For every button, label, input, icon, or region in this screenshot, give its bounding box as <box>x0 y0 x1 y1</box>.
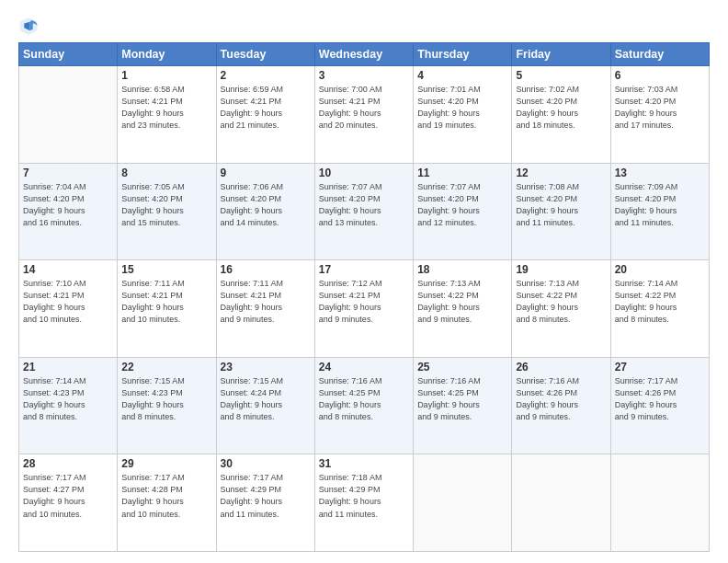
day-info: Sunrise: 7:04 AM Sunset: 4:20 PM Dayligh… <box>23 181 113 229</box>
day-number: 23 <box>221 361 311 373</box>
page: SundayMondayTuesdayWednesdayThursdayFrid… <box>0 0 728 563</box>
day-number: 6 <box>615 69 705 82</box>
calendar-cell: 29Sunrise: 7:17 AM Sunset: 4:28 PM Dayli… <box>118 454 216 552</box>
day-info: Sunrise: 7:11 AM Sunset: 4:21 PM Dayligh… <box>221 278 311 326</box>
day-info: Sunrise: 7:07 AM Sunset: 4:20 PM Dayligh… <box>417 181 507 229</box>
calendar-cell: 9Sunrise: 7:06 AM Sunset: 4:20 PM Daylig… <box>216 163 314 260</box>
calendar-cell: 6Sunrise: 7:03 AM Sunset: 4:20 PM Daylig… <box>610 66 709 164</box>
day-number: 24 <box>319 361 409 373</box>
day-number: 3 <box>319 69 409 82</box>
day-number: 4 <box>417 69 507 82</box>
calendar-cell: 3Sunrise: 7:00 AM Sunset: 4:21 PM Daylig… <box>314 66 413 164</box>
weekday-header-thursday: Thursday <box>414 43 512 66</box>
day-number: 12 <box>516 167 606 179</box>
calendar-cell: 22Sunrise: 7:15 AM Sunset: 4:23 PM Dayli… <box>118 357 216 454</box>
calendar-cell: 21Sunrise: 7:14 AM Sunset: 4:23 PM Dayli… <box>19 357 118 454</box>
weekday-header-wednesday: Wednesday <box>314 43 413 66</box>
day-info: Sunrise: 6:59 AM Sunset: 4:21 PM Dayligh… <box>221 84 311 132</box>
calendar-cell: 16Sunrise: 7:11 AM Sunset: 4:21 PM Dayli… <box>216 260 314 358</box>
day-number: 1 <box>121 69 211 82</box>
day-number: 25 <box>417 361 507 373</box>
calendar-cell: 19Sunrise: 7:13 AM Sunset: 4:22 PM Dayli… <box>512 260 610 358</box>
day-number: 14 <box>23 263 113 276</box>
day-info: Sunrise: 7:11 AM Sunset: 4:21 PM Dayligh… <box>121 278 211 326</box>
day-info: Sunrise: 7:16 AM Sunset: 4:25 PM Dayligh… <box>417 375 507 423</box>
day-info: Sunrise: 7:13 AM Sunset: 4:22 PM Dayligh… <box>417 278 507 326</box>
calendar-cell <box>512 454 610 552</box>
day-number: 27 <box>615 361 705 373</box>
day-info: Sunrise: 7:16 AM Sunset: 4:25 PM Dayligh… <box>319 375 409 423</box>
day-info: Sunrise: 7:05 AM Sunset: 4:20 PM Dayligh… <box>121 181 211 229</box>
day-info: Sunrise: 7:02 AM Sunset: 4:20 PM Dayligh… <box>516 84 606 132</box>
day-info: Sunrise: 7:09 AM Sunset: 4:20 PM Dayligh… <box>615 181 705 229</box>
day-info: Sunrise: 7:08 AM Sunset: 4:20 PM Dayligh… <box>516 181 606 229</box>
day-info: Sunrise: 7:15 AM Sunset: 4:23 PM Dayligh… <box>121 375 211 423</box>
calendar-cell: 4Sunrise: 7:01 AM Sunset: 4:20 PM Daylig… <box>414 66 512 164</box>
day-info: Sunrise: 7:17 AM Sunset: 4:28 PM Dayligh… <box>121 472 211 520</box>
day-info: Sunrise: 7:10 AM Sunset: 4:21 PM Dayligh… <box>23 278 113 326</box>
day-number: 11 <box>417 167 507 179</box>
weekday-header-monday: Monday <box>118 43 216 66</box>
day-number: 21 <box>23 361 113 373</box>
week-row-5: 28Sunrise: 7:17 AM Sunset: 4:27 PM Dayli… <box>19 454 710 552</box>
day-info: Sunrise: 7:14 AM Sunset: 4:23 PM Dayligh… <box>23 375 113 423</box>
day-number: 8 <box>121 167 211 179</box>
logo <box>18 15 42 35</box>
day-info: Sunrise: 7:17 AM Sunset: 4:29 PM Dayligh… <box>221 472 311 520</box>
calendar-cell <box>610 454 709 552</box>
calendar-cell: 7Sunrise: 7:04 AM Sunset: 4:20 PM Daylig… <box>19 163 118 260</box>
day-number: 29 <box>121 457 211 470</box>
calendar-cell <box>19 66 118 164</box>
day-info: Sunrise: 7:16 AM Sunset: 4:26 PM Dayligh… <box>516 375 606 423</box>
calendar-cell: 12Sunrise: 7:08 AM Sunset: 4:20 PM Dayli… <box>512 163 610 260</box>
calendar-cell: 1Sunrise: 6:58 AM Sunset: 4:21 PM Daylig… <box>118 66 216 164</box>
week-row-2: 7Sunrise: 7:04 AM Sunset: 4:20 PM Daylig… <box>19 163 710 260</box>
day-number: 7 <box>23 167 113 179</box>
calendar-cell: 18Sunrise: 7:13 AM Sunset: 4:22 PM Dayli… <box>414 260 512 358</box>
calendar-body: 1Sunrise: 6:58 AM Sunset: 4:21 PM Daylig… <box>19 66 710 552</box>
day-number: 9 <box>221 167 311 179</box>
day-info: Sunrise: 7:03 AM Sunset: 4:20 PM Dayligh… <box>615 84 705 132</box>
day-number: 5 <box>516 69 606 82</box>
calendar-cell: 11Sunrise: 7:07 AM Sunset: 4:20 PM Dayli… <box>414 163 512 260</box>
day-info: Sunrise: 7:01 AM Sunset: 4:20 PM Dayligh… <box>417 84 507 132</box>
calendar-cell: 13Sunrise: 7:09 AM Sunset: 4:20 PM Dayli… <box>610 163 709 260</box>
day-info: Sunrise: 7:15 AM Sunset: 4:24 PM Dayligh… <box>221 375 311 423</box>
day-info: Sunrise: 7:17 AM Sunset: 4:27 PM Dayligh… <box>23 472 113 520</box>
calendar-cell: 2Sunrise: 6:59 AM Sunset: 4:21 PM Daylig… <box>216 66 314 164</box>
day-info: Sunrise: 6:58 AM Sunset: 4:21 PM Dayligh… <box>121 84 211 132</box>
weekday-header-sunday: Sunday <box>19 43 118 66</box>
day-number: 26 <box>516 361 606 373</box>
day-number: 19 <box>516 263 606 276</box>
week-row-4: 21Sunrise: 7:14 AM Sunset: 4:23 PM Dayli… <box>19 357 710 454</box>
day-number: 2 <box>221 69 311 82</box>
weekday-header-friday: Friday <box>512 43 610 66</box>
day-info: Sunrise: 7:13 AM Sunset: 4:22 PM Dayligh… <box>516 278 606 326</box>
calendar-cell: 28Sunrise: 7:17 AM Sunset: 4:27 PM Dayli… <box>19 454 118 552</box>
calendar-cell <box>414 454 512 552</box>
calendar-cell: 31Sunrise: 7:18 AM Sunset: 4:29 PM Dayli… <box>314 454 413 552</box>
calendar-cell: 10Sunrise: 7:07 AM Sunset: 4:20 PM Dayli… <box>314 163 413 260</box>
calendar-table: SundayMondayTuesdayWednesdayThursdayFrid… <box>18 42 710 552</box>
day-number: 16 <box>221 263 311 276</box>
week-row-3: 14Sunrise: 7:10 AM Sunset: 4:21 PM Dayli… <box>19 260 710 358</box>
calendar-cell: 23Sunrise: 7:15 AM Sunset: 4:24 PM Dayli… <box>216 357 314 454</box>
weekday-header-row: SundayMondayTuesdayWednesdayThursdayFrid… <box>19 43 710 66</box>
calendar-cell: 24Sunrise: 7:16 AM Sunset: 4:25 PM Dayli… <box>314 357 413 454</box>
calendar-cell: 25Sunrise: 7:16 AM Sunset: 4:25 PM Dayli… <box>414 357 512 454</box>
calendar-cell: 27Sunrise: 7:17 AM Sunset: 4:26 PM Dayli… <box>610 357 709 454</box>
day-number: 13 <box>615 167 705 179</box>
day-info: Sunrise: 7:07 AM Sunset: 4:20 PM Dayligh… <box>319 181 409 229</box>
calendar-cell: 5Sunrise: 7:02 AM Sunset: 4:20 PM Daylig… <box>512 66 610 164</box>
calendar-cell: 30Sunrise: 7:17 AM Sunset: 4:29 PM Dayli… <box>216 454 314 552</box>
day-info: Sunrise: 7:17 AM Sunset: 4:26 PM Dayligh… <box>615 375 705 423</box>
day-number: 10 <box>319 167 409 179</box>
day-info: Sunrise: 7:18 AM Sunset: 4:29 PM Dayligh… <box>319 472 409 520</box>
day-info: Sunrise: 7:12 AM Sunset: 4:21 PM Dayligh… <box>319 278 409 326</box>
weekday-header-saturday: Saturday <box>610 43 709 66</box>
day-number: 28 <box>23 457 113 470</box>
calendar-header: SundayMondayTuesdayWednesdayThursdayFrid… <box>19 43 710 66</box>
day-info: Sunrise: 7:00 AM Sunset: 4:21 PM Dayligh… <box>319 84 409 132</box>
calendar-cell: 14Sunrise: 7:10 AM Sunset: 4:21 PM Dayli… <box>19 260 118 358</box>
day-number: 17 <box>319 263 409 276</box>
